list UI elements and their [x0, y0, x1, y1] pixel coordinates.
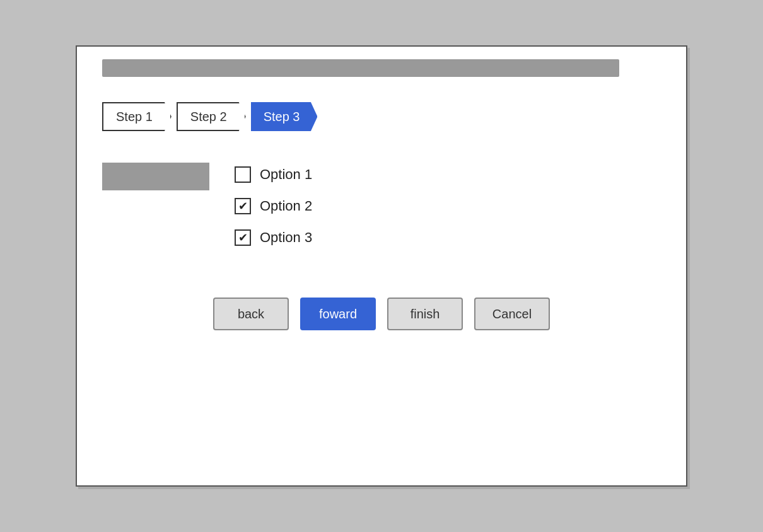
- steps-row: Step 1 Step 2 Step 3: [77, 90, 686, 150]
- progress-bar-container: [77, 47, 686, 90]
- step3-wrapper: Step 3: [251, 102, 318, 131]
- progress-bar: [102, 59, 619, 77]
- footer-buttons: back foward finish Cancel: [77, 272, 686, 356]
- back-button[interactable]: back: [213, 298, 289, 330]
- option2-label: Option 2: [260, 198, 312, 214]
- options-list: Option 1 Option 2 Option 3: [235, 159, 312, 253]
- step2-button[interactable]: Step 2: [177, 102, 246, 131]
- sidebar-placeholder: [102, 163, 209, 190]
- option3-item: Option 3: [235, 222, 312, 253]
- finish-button[interactable]: finish: [387, 298, 463, 330]
- option2-checkbox[interactable]: [235, 198, 251, 214]
- option3-checkbox[interactable]: [235, 229, 251, 246]
- step3-button[interactable]: Step 3: [251, 102, 318, 131]
- forward-button[interactable]: foward: [300, 298, 376, 330]
- option2-item: Option 2: [235, 190, 312, 222]
- content-area: Option 1 Option 2 Option 3: [77, 150, 686, 272]
- dialog: Step 1 Step 2 Step 3 Option 1 Option 2 O…: [76, 45, 687, 487]
- cancel-button[interactable]: Cancel: [474, 298, 550, 330]
- step1-wrapper: Step 1: [102, 102, 172, 131]
- option1-label: Option 1: [260, 166, 312, 183]
- step2-wrapper: Step 2: [177, 102, 246, 131]
- option1-checkbox[interactable]: [235, 166, 251, 183]
- step1-button[interactable]: Step 1: [102, 102, 172, 131]
- option3-label: Option 3: [260, 229, 312, 246]
- option1-item: Option 1: [235, 159, 312, 190]
